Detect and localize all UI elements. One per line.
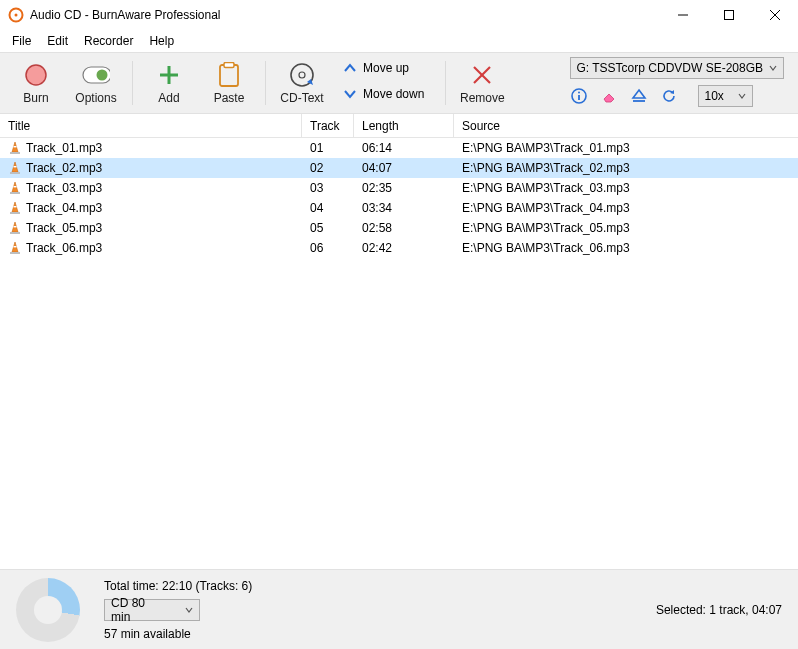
svg-rect-34: [14, 206, 17, 207]
erase-icon[interactable]: [600, 87, 618, 105]
move-up-button[interactable]: Move up: [336, 57, 435, 79]
table-row[interactable]: Track_02.mp30204:07E:\PNG BA\MP3\Track_0…: [0, 158, 798, 178]
burn-label: Burn: [23, 91, 48, 105]
cell-source: E:\PNG BA\MP3\Track_05.mp3: [454, 221, 798, 235]
svg-point-8: [97, 70, 108, 81]
cell-source: E:\PNG BA\MP3\Track_01.mp3: [454, 141, 798, 155]
cell-length: 02:35: [354, 181, 454, 195]
cell-track: 03: [302, 181, 354, 195]
toolbar: Burn Options Add Paste CD-: [0, 52, 798, 114]
table-row[interactable]: Track_06.mp30602:42E:\PNG BA\MP3\Track_0…: [0, 238, 798, 258]
cd-text-icon: [288, 61, 316, 89]
col-track[interactable]: Track: [302, 114, 354, 137]
svg-rect-25: [14, 146, 17, 147]
info-icon[interactable]: [570, 87, 588, 105]
app-icon: [8, 7, 24, 23]
cell-track: 02: [302, 161, 354, 175]
col-title[interactable]: Title: [0, 114, 302, 137]
cell-title: Track_01.mp3: [26, 141, 102, 155]
menu-help[interactable]: Help: [141, 32, 182, 50]
cell-source: E:\PNG BA\MP3\Track_06.mp3: [454, 241, 798, 255]
cell-length: 06:14: [354, 141, 454, 155]
titlebar: Audio CD - BurnAware Professional: [0, 0, 798, 30]
total-time: Total time: 22:10 (Tracks: 6): [104, 579, 252, 593]
col-length[interactable]: Length: [354, 114, 454, 137]
vlc-icon: [8, 141, 22, 155]
add-button[interactable]: Add: [139, 56, 199, 110]
cell-length: 04:07: [354, 161, 454, 175]
cell-source: E:\PNG BA\MP3\Track_04.mp3: [454, 201, 798, 215]
maximize-button[interactable]: [706, 0, 752, 30]
table-row[interactable]: Track_01.mp30106:14E:\PNG BA\MP3\Track_0…: [0, 138, 798, 158]
toggle-icon: [82, 61, 110, 89]
remove-label: Remove: [460, 91, 505, 105]
table-row[interactable]: Track_04.mp30403:34E:\PNG BA\MP3\Track_0…: [0, 198, 798, 218]
cell-length: 02:42: [354, 241, 454, 255]
svg-rect-28: [14, 166, 17, 167]
window-title: Audio CD - BurnAware Professional: [30, 8, 221, 22]
svg-point-6: [26, 65, 46, 85]
cell-title: Track_02.mp3: [26, 161, 102, 175]
cell-track: 05: [302, 221, 354, 235]
svg-rect-3: [725, 11, 734, 20]
eject-icon[interactable]: [630, 87, 648, 105]
cell-title: Track_04.mp3: [26, 201, 102, 215]
cell-track: 04: [302, 201, 354, 215]
speed-selector[interactable]: 10x: [698, 85, 753, 107]
svg-rect-12: [224, 63, 234, 68]
cell-length: 03:34: [354, 201, 454, 215]
vlc-icon: [8, 161, 22, 175]
options-button[interactable]: Options: [66, 56, 126, 110]
remove-button[interactable]: Remove: [452, 56, 512, 110]
disc-usage-chart: [16, 578, 80, 642]
svg-rect-37: [14, 226, 17, 227]
vlc-icon: [8, 241, 22, 255]
close-button[interactable]: [752, 0, 798, 30]
svg-rect-35: [10, 212, 20, 214]
menu-file[interactable]: File: [4, 32, 39, 50]
col-source[interactable]: Source: [454, 114, 798, 137]
chevron-down-icon: [738, 92, 746, 100]
chevron-down-icon: [185, 606, 193, 614]
disc-type-label: CD 80 min: [111, 596, 157, 624]
paste-button[interactable]: Paste: [199, 56, 259, 110]
status-footer: Total time: 22:10 (Tracks: 6) CD 80 min …: [0, 569, 798, 649]
svg-marker-21: [633, 90, 645, 98]
burn-button[interactable]: Burn: [6, 56, 66, 110]
cell-track: 06: [302, 241, 354, 255]
chevron-down-icon: [769, 64, 777, 72]
cdtext-button[interactable]: CD-Text: [272, 56, 332, 110]
svg-rect-29: [10, 172, 20, 174]
svg-point-18: [578, 92, 580, 94]
table-header: Title Track Length Source: [0, 114, 798, 138]
svg-rect-32: [10, 192, 20, 194]
cell-source: E:\PNG BA\MP3\Track_03.mp3: [454, 181, 798, 195]
burn-icon: [22, 61, 50, 89]
refresh-icon[interactable]: [660, 87, 678, 105]
table-row[interactable]: Track_03.mp30302:35E:\PNG BA\MP3\Track_0…: [0, 178, 798, 198]
svg-rect-38: [10, 232, 20, 234]
table-row[interactable]: Track_05.mp30502:58E:\PNG BA\MP3\Track_0…: [0, 218, 798, 238]
vlc-icon: [8, 201, 22, 215]
speed-label: 10x: [705, 89, 724, 103]
vlc-icon: [8, 181, 22, 195]
drive-selector[interactable]: G: TSSTcorp CDDVDW SE-208GB: [570, 57, 785, 79]
disc-type-selector[interactable]: CD 80 min: [104, 599, 200, 621]
svg-marker-20: [604, 94, 614, 102]
window-controls: [660, 0, 798, 30]
cell-title: Track_03.mp3: [26, 181, 102, 195]
available-time: 57 min available: [104, 627, 252, 641]
cdtext-label: CD-Text: [280, 91, 323, 105]
menu-recorder[interactable]: Recorder: [76, 32, 141, 50]
svg-point-1: [15, 14, 18, 17]
cell-track: 01: [302, 141, 354, 155]
minimize-button[interactable]: [660, 0, 706, 30]
vlc-icon: [8, 221, 22, 235]
svg-rect-26: [10, 152, 20, 154]
menu-edit[interactable]: Edit: [39, 32, 76, 50]
move-down-button[interactable]: Move down: [336, 83, 435, 105]
menubar: File Edit Recorder Help: [0, 30, 798, 52]
cell-title: Track_05.mp3: [26, 221, 102, 235]
toolbar-right: G: TSSTcorp CDDVDW SE-208GB 10x: [570, 57, 793, 109]
svg-rect-41: [10, 252, 20, 254]
